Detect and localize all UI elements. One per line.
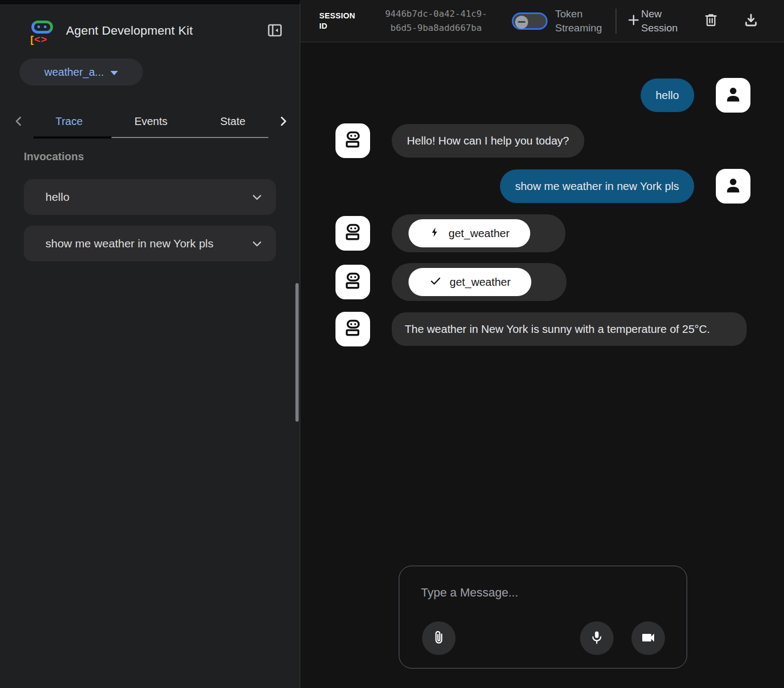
bolt-icon	[429, 226, 441, 241]
attach-file-button[interactable]	[422, 621, 456, 655]
session-id-label: SESSION ID	[319, 11, 361, 31]
collapse-panel-icon	[266, 22, 284, 41]
video-button[interactable]	[631, 621, 665, 655]
new-session-button[interactable]: New Session	[626, 7, 682, 35]
person-icon	[723, 84, 743, 106]
robot-icon	[342, 318, 363, 340]
user-avatar	[716, 169, 750, 204]
robot-icon	[342, 222, 363, 245]
delete-session-button[interactable]	[702, 11, 720, 31]
bot-avatar	[335, 216, 370, 251]
user-message-bubble: hello	[641, 78, 694, 112]
tab-trace[interactable]: Trace	[28, 112, 110, 131]
session-topbar: SESSION ID 9446b7dc-0a42-41c9- b6d5-9ba8…	[300, 0, 784, 42]
bot-function-response-row: get_weather	[335, 263, 750, 301]
sidebar: [<> Agent Development Kit weather_a... T…	[0, 0, 300, 688]
adk-logo-icon: [<>	[30, 18, 55, 43]
tab-state[interactable]: State	[192, 112, 274, 131]
message-input[interactable]: Type a Message...	[421, 586, 518, 600]
new-session-label: New Session	[641, 7, 682, 35]
token-streaming-toggle[interactable]	[512, 12, 548, 30]
bot-message-row: Hello! How can I help you today?	[335, 123, 750, 158]
active-tab-indicator	[34, 136, 111, 139]
function-response-label: get_weather	[450, 276, 511, 289]
tab-underline	[34, 136, 268, 139]
mic-icon	[589, 630, 605, 647]
sidebar-header: [<> Agent Development Kit	[0, 4, 300, 43]
export-session-button[interactable]	[742, 11, 760, 31]
token-streaming-label: Token Streaming	[555, 7, 608, 35]
trash-icon	[703, 12, 719, 30]
message-composer[interactable]: Type a Message...	[399, 566, 687, 669]
attach-icon	[431, 630, 447, 647]
function-call-bubble: get_weather	[392, 214, 565, 252]
person-icon	[723, 175, 743, 197]
caret-down-icon	[110, 71, 118, 75]
invocation-item[interactable]: show me weather in new York pls	[24, 226, 276, 261]
robot-icon	[342, 271, 363, 293]
user-message-row: show me weather in new York pls	[335, 169, 750, 204]
topbar-divider	[616, 9, 616, 34]
message-list: hello	[335, 78, 750, 346]
bot-avatar	[335, 123, 370, 158]
chevron-down-icon[interactable]	[250, 190, 264, 204]
tabs-scroll-left-button[interactable]	[9, 112, 28, 131]
user-message-bubble: show me weather in new York pls	[500, 169, 694, 202]
collapse-sidebar-button[interactable]	[265, 21, 285, 42]
tab-events[interactable]: Events	[110, 112, 192, 131]
toggle-knob	[515, 16, 528, 29]
function-response-chip[interactable]: get_weather	[409, 268, 531, 296]
chat-area: hello	[300, 42, 784, 688]
check-icon	[429, 274, 442, 290]
function-response-bubble: get_weather	[392, 263, 566, 301]
invocation-label: hello	[45, 191, 236, 204]
invocations-section-title: Invocations	[24, 150, 300, 163]
mic-button[interactable]	[580, 621, 614, 655]
agent-selector-value: weather_a...	[44, 66, 104, 78]
bot-function-call-row: get_weather	[335, 214, 750, 252]
function-call-chip[interactable]: get_weather	[409, 219, 530, 247]
function-call-label: get_weather	[449, 227, 510, 240]
tabs-row: Trace Events State	[0, 112, 300, 131]
agent-selector[interactable]: weather_a...	[19, 58, 143, 86]
bot-message-bubble: Hello! How can I help you today?	[392, 124, 584, 157]
session-id-value: 9446b7dc-0a42-41c9- b6d5-9ba8add667ba	[368, 7, 504, 35]
bot-message-bubble: The weather in New York is sunny with a …	[392, 312, 747, 345]
main-panel: SESSION ID 9446b7dc-0a42-41c9- b6d5-9ba8…	[300, 0, 784, 688]
invocation-label: show me weather in new York pls	[45, 237, 236, 250]
bot-avatar	[335, 265, 370, 299]
app-title: Agent Development Kit	[66, 24, 193, 38]
robot-icon	[342, 129, 363, 152]
plus-icon	[626, 12, 641, 29]
bot-message-row: The weather in New York is sunny with a …	[335, 312, 750, 346]
sidebar-scrollbar[interactable]	[295, 283, 299, 422]
user-avatar	[716, 78, 750, 113]
chevron-down-icon[interactable]	[250, 237, 264, 251]
video-icon	[640, 630, 656, 647]
tabs-scroll-right-button[interactable]	[274, 112, 293, 131]
download-icon	[743, 12, 759, 30]
user-message-row: hello	[335, 78, 750, 113]
bot-avatar	[335, 312, 370, 346]
invocation-item[interactable]: hello	[24, 179, 276, 215]
